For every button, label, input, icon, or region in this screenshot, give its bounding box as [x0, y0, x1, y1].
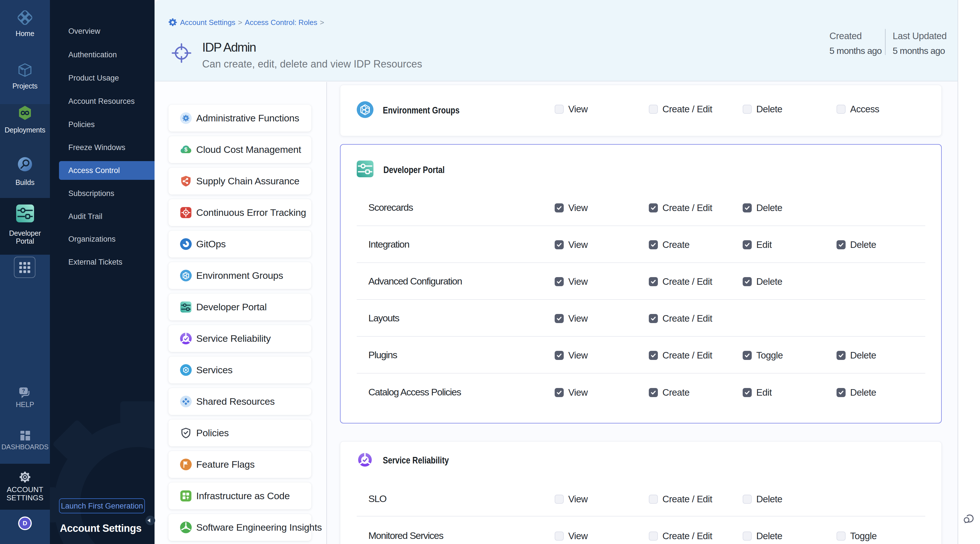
svg-text:?: ? [22, 388, 25, 394]
svg-text:$: $ [184, 146, 188, 153]
